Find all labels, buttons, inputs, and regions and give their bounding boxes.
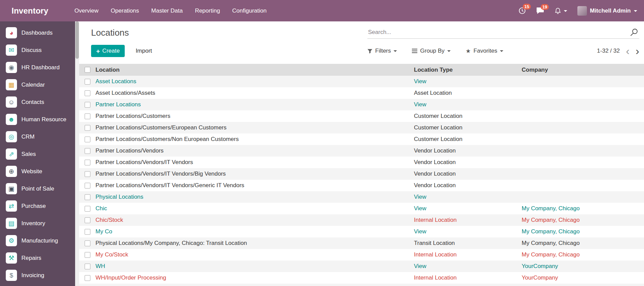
cell-location: Chic (95, 205, 414, 212)
column-header-location[interactable]: Location (95, 67, 414, 73)
import-button[interactable]: Import (134, 47, 154, 55)
filters-button[interactable]: Filters (367, 48, 397, 54)
cell-company: My Company, Chicago (522, 217, 644, 224)
sidebar-item-point-of-sale[interactable]: ▣ Point of Sale (0, 180, 75, 197)
sidebar-item-website[interactable]: ⊕ Website (0, 163, 75, 180)
cell-location-type: Asset Location (414, 90, 522, 96)
search-icon[interactable] (630, 28, 639, 37)
sidebar-item-manufacturing[interactable]: ⚙ Manufacturing (0, 232, 75, 249)
cell-location: Physical Locations/My Company, Chicago: … (95, 240, 414, 247)
cell-location-type: Vendor Location (414, 182, 522, 189)
sidebar-item-crm[interactable]: ◎ CRM (0, 128, 75, 145)
search-options: Filters Group By ★ Favorites (367, 48, 503, 54)
favorites-button[interactable]: ★ Favorites (466, 48, 503, 54)
table-row[interactable]: My Co View My Company, Chicago (79, 226, 644, 237)
messages-button[interactable]: 19 (536, 7, 544, 14)
row-checkbox[interactable] (85, 240, 90, 246)
purchase-icon: ⇄ (6, 200, 17, 212)
table-row[interactable]: Partner Locations/Customers/European Cus… (79, 122, 644, 133)
row-checkbox[interactable] (85, 183, 90, 189)
table-row[interactable]: Partner Locations View (79, 99, 644, 110)
sidebar-item-repairs[interactable]: ⚒ Repairs (0, 249, 75, 267)
row-checkbox[interactable] (85, 252, 90, 258)
sidebar-item-inventory[interactable]: ▤ Inventory (0, 215, 75, 232)
sidebar-item-calendar[interactable]: ▦ Calendar (0, 76, 75, 93)
cell-location: Asset Locations/Assets (95, 90, 414, 96)
column-header-company[interactable]: Company (522, 67, 644, 73)
row-checkbox[interactable] (85, 160, 90, 165)
table-row[interactable]: Partner Locations/Vendors/IT Vendors Ven… (79, 157, 644, 168)
cell-location-type: Customer Location (414, 113, 522, 120)
table-row[interactable]: Asset Locations/Assets Asset Location (79, 87, 644, 99)
notifications-button[interactable] (554, 7, 567, 15)
row-checkbox[interactable] (85, 79, 90, 85)
pager-next-button[interactable]: › (636, 48, 639, 54)
menu-reporting[interactable]: Reporting (195, 7, 220, 14)
column-header-location-type[interactable]: Location Type (414, 67, 522, 73)
menu-master-data[interactable]: Master Data (151, 7, 183, 14)
sidebar-item-human-resource[interactable]: ☻ Human Resource (0, 111, 75, 128)
table-row[interactable]: Partner Locations/Vendors Vendor Locatio… (79, 145, 644, 157)
sidebar-item-discuss[interactable]: ✉ Discuss (0, 41, 75, 59)
row-checkbox[interactable] (85, 194, 90, 200)
cell-company: My Company, Chicago (522, 205, 644, 212)
plus-icon: + (96, 48, 100, 54)
row-checkbox[interactable] (85, 275, 90, 281)
row-checkbox[interactable] (85, 264, 90, 269)
table-row[interactable]: My Co/Stock Internal Location My Company… (79, 249, 644, 261)
sidebar-scrollbar[interactable] (75, 21, 79, 286)
sidebar-item-purchase[interactable]: ⇄ Purchase (0, 197, 75, 215)
menu-configuration[interactable]: Configuration (232, 7, 266, 14)
sidebar-item-dashboards[interactable]: ◕ Dashboards (0, 24, 75, 41)
table-row[interactable]: Partner Locations/Vendors/IT Vendors/Gen… (79, 180, 644, 191)
table-row[interactable]: WH/Input/Order Processing/Dispatch Zone … (79, 284, 644, 286)
table-row[interactable]: Asset Locations View (79, 76, 644, 87)
chevron-down-icon (634, 10, 637, 14)
user-menu[interactable]: Mitchell Admin (577, 6, 637, 16)
activities-button[interactable]: 15 (518, 7, 526, 15)
dashboards-icon: ◕ (6, 27, 17, 38)
table-row[interactable]: Partner Locations/Customers Customer Loc… (79, 110, 644, 122)
chevron-down-icon (500, 50, 503, 54)
pager-previous-button[interactable]: ‹ (626, 48, 630, 54)
row-checkbox[interactable] (85, 102, 90, 108)
menu-overview[interactable]: Overview (74, 7, 99, 14)
cell-location-type: Vendor Location (414, 171, 522, 177)
row-checkbox[interactable] (85, 125, 90, 131)
table-row[interactable]: Physical Locations/My Company, Chicago: … (79, 237, 644, 249)
table-row[interactable]: Partner Locations/Vendors/IT Vendors/Big… (79, 168, 644, 180)
create-button[interactable]: + Create (91, 45, 125, 57)
cell-location-type: Vendor Location (414, 159, 522, 166)
cell-company: My Company, Chicago (522, 251, 644, 258)
scrollbar-thumb[interactable] (75, 21, 79, 59)
app-brand[interactable]: Inventory (0, 6, 74, 16)
search-input[interactable] (367, 27, 639, 39)
row-checkbox[interactable] (85, 206, 90, 212)
table-body: Asset Locations View Asset Locations/Ass… (79, 76, 644, 286)
table-row[interactable]: Physical Locations View (79, 191, 644, 203)
table-row[interactable]: WH/Input/Order Processing Internal Locat… (79, 272, 644, 284)
row-checkbox[interactable] (85, 90, 90, 96)
cell-location-type: Internal Location (414, 217, 522, 224)
cell-location-type: Transit Location (414, 240, 522, 247)
page-title: Locations (91, 28, 129, 38)
repairs-icon: ⚒ (6, 252, 17, 264)
main-content: Locations + Create Import (79, 21, 644, 286)
table-row[interactable]: Chic/Stock Internal Location My Company,… (79, 214, 644, 226)
row-checkbox[interactable] (85, 171, 90, 177)
table-row[interactable]: Chic View My Company, Chicago (79, 203, 644, 214)
select-all-checkbox[interactable] (85, 67, 90, 73)
row-checkbox[interactable] (85, 113, 90, 119)
sidebar-item-sales[interactable]: ⇗ Sales (0, 145, 75, 163)
row-checkbox[interactable] (85, 137, 90, 142)
sidebar-item-hr-dashboard[interactable]: ◉ HR Dashboard (0, 59, 75, 76)
row-checkbox[interactable] (85, 229, 90, 235)
row-checkbox[interactable] (85, 217, 90, 223)
group-by-button[interactable]: Group By (412, 48, 451, 54)
menu-operations[interactable]: Operations (111, 7, 139, 14)
table-row[interactable]: Partner Locations/Customers/Non European… (79, 133, 644, 145)
row-checkbox[interactable] (85, 148, 90, 154)
sidebar-item-contacts[interactable]: ☺ Contacts (0, 93, 75, 111)
sidebar-item-invoicing[interactable]: $ Invoicing (0, 267, 75, 284)
table-row[interactable]: WH View YourCompany (79, 261, 644, 272)
